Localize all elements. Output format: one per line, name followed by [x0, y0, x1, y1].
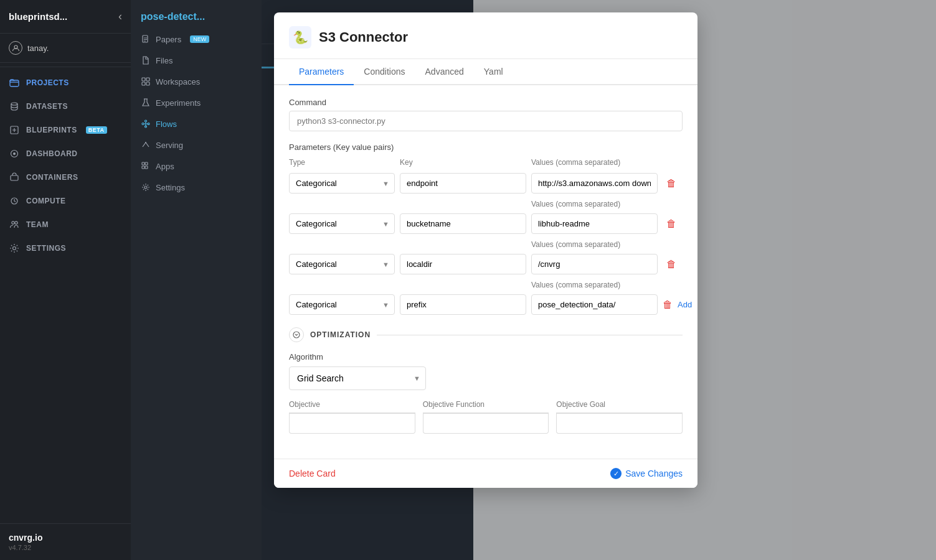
- row2-value-label: Values (comma separated): [289, 200, 683, 211]
- col-values-header-3: Values (comma separated): [531, 240, 658, 249]
- s3-connector-modal: 🐍 S3 Connector Parameters Conditions Adv…: [274, 12, 697, 488]
- type-dropdown-1[interactable]: Categorical: [290, 174, 394, 193]
- sidebar-item-settings[interactable]: SETTINGS: [0, 236, 131, 260]
- value-input-2[interactable]: [531, 213, 658, 234]
- experiments-icon: [141, 98, 151, 108]
- serving-icon: [141, 140, 151, 150]
- svg-rect-23: [142, 166, 144, 169]
- sidebar-header: blueprintsd... ‹: [0, 0, 131, 34]
- command-input[interactable]: [289, 111, 683, 131]
- modal-header: 🐍 S3 Connector: [274, 12, 697, 59]
- sidebar-item-papers[interactable]: Papers NEW: [131, 29, 262, 50]
- type-select-4[interactable]: Categorical ▼: [289, 294, 395, 315]
- svg-point-25: [144, 186, 147, 189]
- delete-card-button[interactable]: Delete Card: [289, 469, 336, 478]
- sidebar-item-team[interactable]: TEAM: [0, 213, 131, 236]
- algorithm-select-wrap[interactable]: Grid Search Random Search Bayesian ▼: [289, 366, 426, 390]
- type-dropdown-3[interactable]: Categorical: [290, 254, 394, 274]
- row3-value-label: Values (comma separated): [289, 240, 683, 251]
- command-label: Command: [289, 98, 683, 107]
- sidebar-item-datasets[interactable]: DATASETS: [0, 95, 131, 118]
- sidebar-item-blueprints[interactable]: BLUEPRINTS BETA: [0, 118, 131, 142]
- type-dropdown-4[interactable]: Categorical: [290, 295, 394, 314]
- app-title: blueprintsd...: [9, 11, 67, 22]
- type-select-2[interactable]: Categorical ▼: [289, 213, 395, 234]
- sidebar-item-files[interactable]: Files: [131, 50, 262, 71]
- svg-rect-22: [145, 162, 148, 165]
- sidebar-item-containers[interactable]: CONTAINERS: [0, 166, 131, 189]
- svg-point-0: [14, 45, 17, 49]
- sidebar-item-flows[interactable]: Flows: [131, 113, 262, 134]
- sidebar-footer: cnvrg.io v4.7.32: [0, 523, 131, 560]
- sidebar-item-workspaces[interactable]: Workspaces: [131, 71, 262, 92]
- params-section: Parameters (Key value pairs) Type Key Va…: [289, 142, 683, 315]
- sidebar-item-serving[interactable]: Serving: [131, 134, 262, 156]
- database-icon: [9, 101, 20, 112]
- tab-parameters[interactable]: Parameters: [289, 59, 354, 85]
- add-row-link[interactable]: Add: [678, 300, 692, 309]
- type-select-1[interactable]: Categorical ▼: [289, 173, 395, 194]
- tab-conditions[interactable]: Conditions: [354, 59, 415, 85]
- objective-col: Objective: [289, 400, 415, 434]
- modal-connector-icon: 🐍: [289, 26, 311, 49]
- svg-rect-1: [10, 80, 19, 86]
- row4-value-label: Values (comma separated): [289, 281, 683, 292]
- project-sidebar: pose-detect... Papers NEW Files Workspac…: [131, 0, 262, 560]
- objective-input[interactable]: [289, 413, 415, 434]
- collapse-button[interactable]: ‹: [118, 10, 122, 23]
- sidebar-item-projects[interactable]: PROJECTS: [0, 71, 131, 95]
- delete-row-4-button[interactable]: 🗑: [663, 296, 673, 314]
- serving-label: Serving: [156, 141, 183, 150]
- flows-label: Flows: [156, 119, 177, 129]
- blueprint-icon: [9, 124, 20, 136]
- divider: [0, 67, 131, 67]
- key-input-4[interactable]: [400, 294, 526, 315]
- project-settings-label: Settings: [156, 183, 185, 192]
- project-settings-icon: [141, 182, 151, 192]
- param-row-3: Categorical ▼ 🗑: [289, 254, 683, 274]
- type-select-3[interactable]: Categorical ▼: [289, 254, 395, 274]
- dashboard-label: DASHBOARD: [26, 149, 78, 158]
- sidebar-item-experiments[interactable]: Experiments: [131, 92, 262, 113]
- objective-function-input[interactable]: [423, 413, 549, 434]
- save-changes-button[interactable]: ✓ Save Changes: [610, 468, 683, 479]
- workspaces-icon: [141, 77, 151, 86]
- algorithm-section: Algorithm Grid Search Random Search Baye…: [289, 352, 683, 390]
- delete-row-3-button[interactable]: 🗑: [663, 256, 680, 273]
- svg-rect-14: [142, 82, 145, 85]
- brand-name: cnvrg.io: [9, 533, 122, 543]
- sidebar-item-project-settings[interactable]: Settings: [131, 177, 262, 198]
- delete-row-1-button[interactable]: 🗑: [663, 175, 680, 192]
- objective-goal-input[interactable]: [556, 413, 683, 434]
- sidebar-item-apps[interactable]: Apps: [131, 156, 262, 177]
- settings-label: SETTINGS: [26, 244, 66, 253]
- save-label: Save Changes: [625, 469, 683, 478]
- svg-point-2: [11, 103, 17, 105]
- svg-point-16: [142, 123, 144, 125]
- workspaces-label: Workspaces: [156, 77, 200, 86]
- experiments-label: Experiments: [156, 98, 201, 108]
- apps-label: Apps: [156, 162, 174, 171]
- params-label: Parameters (Key value pairs): [289, 142, 683, 152]
- svg-rect-12: [142, 78, 145, 81]
- compute-label: COMPUTE: [26, 197, 66, 205]
- key-input-1[interactable]: [400, 173, 526, 194]
- delete-row-2-button[interactable]: 🗑: [663, 215, 680, 233]
- algorithm-label: Algorithm: [289, 352, 683, 362]
- col-type-header: Type: [289, 158, 395, 167]
- new-badge: NEW: [190, 35, 209, 43]
- param-row-4: Categorical ▼ 🗑 Add: [289, 294, 683, 315]
- value-input-1[interactable]: [531, 173, 658, 194]
- value-input-4[interactable]: [531, 294, 658, 315]
- tab-advanced[interactable]: Advanced: [415, 59, 474, 85]
- key-input-2[interactable]: [400, 213, 526, 234]
- algorithm-dropdown[interactable]: Grid Search Random Search Bayesian: [290, 367, 425, 390]
- key-input-3[interactable]: [400, 254, 526, 274]
- toggle-optimization-button[interactable]: [289, 327, 304, 342]
- value-input-3[interactable]: [531, 254, 658, 274]
- type-dropdown-2[interactable]: Categorical: [290, 214, 394, 233]
- tab-yaml[interactable]: Yaml: [474, 59, 513, 85]
- sidebar-item-dashboard[interactable]: DASHBOARD: [0, 142, 131, 166]
- sidebar-item-compute[interactable]: COMPUTE: [0, 189, 131, 213]
- papers-icon: [141, 34, 151, 44]
